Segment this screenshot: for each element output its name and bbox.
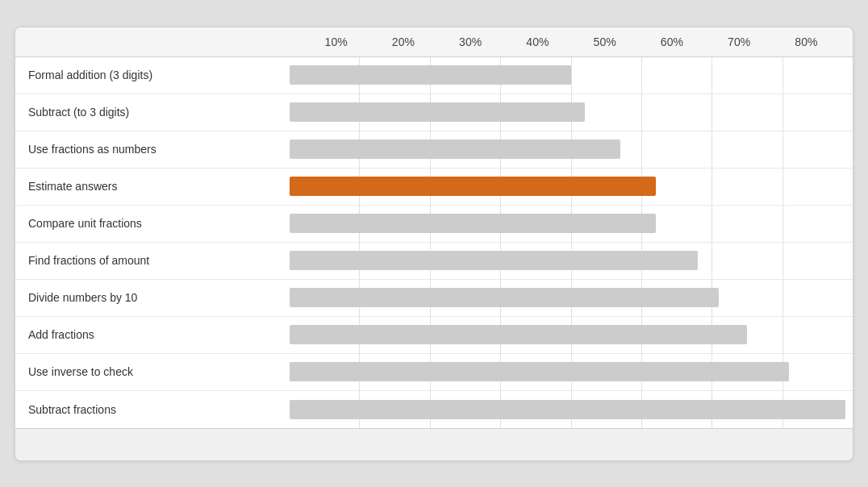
row-label: Use fractions as numbers xyxy=(15,143,290,156)
chart-row: Formal addition (3 digits) xyxy=(15,57,853,94)
chart-row: Divide numbers by 10 xyxy=(15,280,853,317)
row-label: Subtract (to 3 digits) xyxy=(15,106,290,119)
bar xyxy=(290,65,571,85)
row-bar-area xyxy=(290,169,853,205)
chart-row: Estimate answers xyxy=(15,169,853,206)
chart-row: Subtract fractions xyxy=(15,391,853,428)
tick-label: 80% xyxy=(773,35,840,48)
row-bar-area xyxy=(290,206,853,242)
tick-label: 70% xyxy=(706,35,773,48)
chart-header: 10%20%30%40%50%60%70%80% xyxy=(15,27,853,57)
chart-row: Find fractions of amount xyxy=(15,243,853,280)
tick-label: 10% xyxy=(303,35,369,48)
row-bar-area xyxy=(290,94,853,131)
tick-label: 40% xyxy=(504,35,571,48)
row-label: Add fractions xyxy=(15,328,290,341)
bar xyxy=(290,362,789,381)
row-bar-area xyxy=(290,57,853,94)
bar xyxy=(290,102,585,122)
highlighted-bar xyxy=(290,177,656,196)
chart-row: Use fractions as numbers xyxy=(15,131,853,169)
row-bar-area xyxy=(290,243,853,279)
bar xyxy=(290,288,719,307)
tick-label: 20% xyxy=(369,35,436,48)
row-label: Compare unit fractions xyxy=(15,217,290,230)
row-bar-area xyxy=(290,131,853,168)
row-label: Divide numbers by 10 xyxy=(15,291,290,304)
row-label: Formal addition (3 digits) xyxy=(15,69,290,81)
row-bar-area xyxy=(290,354,853,390)
chart-row: Subtract (to 3 digits) xyxy=(15,94,853,131)
bar xyxy=(290,139,620,159)
bar xyxy=(290,400,845,419)
tick-label: 30% xyxy=(437,35,504,48)
row-label: Find fractions of amount xyxy=(15,254,290,267)
row-label: Use inverse to check xyxy=(15,365,290,378)
row-label: Estimate answers xyxy=(15,180,290,193)
chart-footer xyxy=(15,428,853,460)
bar xyxy=(290,251,698,270)
bar xyxy=(290,214,656,233)
row-bar-area xyxy=(290,391,853,428)
row-bar-area xyxy=(290,280,853,316)
tick-label: 50% xyxy=(571,35,638,48)
row-bar-area xyxy=(290,317,853,353)
row-label: Subtract fractions xyxy=(15,403,290,416)
chart-body: Formal addition (3 digits)Subtract (to 3… xyxy=(15,57,853,428)
chart-ticks: 10%20%30%40%50%60%70%80% xyxy=(303,35,840,48)
chart-row: Use inverse to check xyxy=(15,354,853,391)
chart-row: Compare unit fractions xyxy=(15,206,853,243)
chart-container: 10%20%30%40%50%60%70%80% Formal addition… xyxy=(15,27,853,461)
bar xyxy=(290,325,747,344)
chart-row: Add fractions xyxy=(15,317,853,354)
tick-label: 60% xyxy=(638,35,705,48)
